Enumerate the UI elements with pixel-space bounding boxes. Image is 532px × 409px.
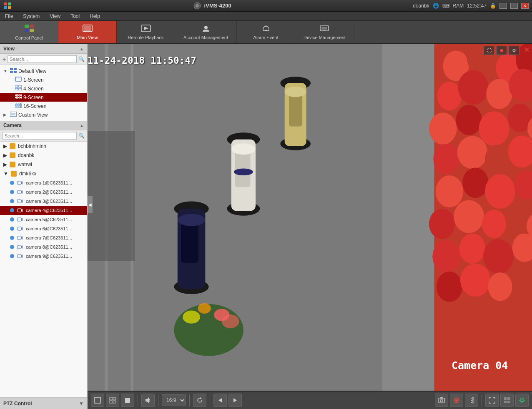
svg-text:Camera 04: Camera 04	[452, 359, 508, 372]
settings-btn[interactable]: ⚙	[509, 46, 519, 55]
tab-control-panel[interactable]: Control Panel	[0, 21, 58, 43]
tree-9screen[interactable]: 9-Screen	[0, 93, 87, 102]
group-label-dmk6kx: dmk6kx	[19, 171, 36, 177]
layout-1-button[interactable]	[91, 394, 104, 407]
svg-rect-49	[21, 106, 22, 107]
svg-point-106	[432, 240, 460, 272]
svg-point-154	[472, 402, 474, 403]
svg-rect-50	[15, 107, 16, 108]
view-section-header: View ▲	[0, 44, 87, 54]
cam-status-8	[10, 245, 14, 249]
alarm-event-icon	[261, 25, 271, 34]
4screen-icon	[15, 85, 22, 92]
camera-collapse-btn[interactable]: ▲	[80, 123, 84, 128]
svg-rect-46	[15, 106, 16, 107]
menu-file[interactable]: File	[0, 12, 18, 20]
menu-view[interactable]: View	[45, 12, 65, 20]
camera-item-6[interactable]: camera 6@C623511...	[0, 224, 87, 233]
svg-rect-24	[15, 77, 21, 81]
svg-point-15	[204, 26, 208, 29]
camera-group-watrwl[interactable]: ▶ watrwl	[0, 160, 87, 169]
fullscreen-toolbar-btn[interactable]	[485, 394, 499, 407]
svg-point-94	[457, 136, 488, 169]
settings-toolbar-btn[interactable]	[515, 394, 529, 407]
camera-item-8[interactable]: camera 8@C623511...	[0, 242, 87, 252]
minimize-button[interactable]: —	[499, 3, 507, 9]
layout-4-button[interactable]	[106, 394, 119, 407]
video-close-btn[interactable]: ✕	[524, 46, 529, 54]
ptz-label: PTZ Control	[3, 401, 32, 407]
tab-main-view[interactable]: Main View	[58, 21, 117, 43]
snapshot-button[interactable]	[435, 394, 448, 407]
svg-rect-156	[507, 397, 510, 400]
camera-search-button[interactable]: 🔍	[78, 133, 85, 139]
camera-list: ▶ bchbinhminh ▶ doanbk ▶ watrwl	[0, 142, 87, 397]
ptz-bar: PTZ Control ▼	[0, 397, 87, 409]
aspect-ratio-select[interactable]: 16:9 4:3 1:1	[162, 394, 186, 406]
tab-alarm-event[interactable]: Alarm Event	[237, 21, 295, 43]
record-video-button[interactable]	[450, 394, 463, 407]
add-view-btn[interactable]: +	[3, 56, 6, 62]
tab-account-management[interactable]: Account Management	[175, 21, 237, 43]
menu-system[interactable]: System	[18, 12, 45, 20]
svg-rect-64	[18, 218, 21, 221]
stop-button[interactable]	[121, 394, 134, 407]
sidebar-collapse-btn[interactable]: ◀	[88, 196, 93, 213]
camera-group-doanbk[interactable]: ▶ doanbk	[0, 151, 87, 160]
divider-4	[210, 394, 210, 406]
camera-item-7[interactable]: camera 7@C623511...	[0, 233, 87, 242]
tree-4screen[interactable]: 4-Screen	[0, 84, 87, 93]
camera-group-bchbinhminh[interactable]: ▶ bchbinhminh	[0, 142, 87, 151]
camera-item-1[interactable]: camera 1@C623511...	[0, 178, 87, 187]
svg-rect-157	[504, 401, 507, 403]
tree-16screen[interactable]: 16-Screen	[0, 102, 87, 110]
svg-point-110	[437, 272, 462, 302]
more-options-button[interactable]	[465, 394, 478, 407]
camera-item-2[interactable]: camera 2@C623511...	[0, 187, 87, 197]
view-search-button[interactable]: 🔍	[78, 56, 85, 62]
remote-playback-icon	[141, 25, 151, 34]
ram-icon: RAM	[453, 3, 464, 9]
refresh-button[interactable]	[193, 394, 206, 407]
view-collapse-btn[interactable]: ▲	[80, 47, 84, 51]
svg-rect-128	[181, 219, 198, 263]
svg-rect-30	[18, 94, 19, 96]
close-button[interactable]: ✕	[521, 3, 529, 9]
maximize-button[interactable]: □	[510, 3, 518, 9]
tab-remote-playback[interactable]: Remote Playback	[117, 21, 175, 43]
camera-item-5[interactable]: camera 5@C623511...	[0, 215, 87, 224]
9screen-label: 9-Screen	[23, 95, 44, 100]
menu-help[interactable]: Help	[85, 12, 105, 20]
video-area: ✕ ⛶ ⏺ ⚙	[88, 44, 532, 409]
divider-1	[138, 394, 138, 406]
cam-label-6: camera 6@C623511...	[26, 226, 72, 231]
camera-item-4[interactable]: camera 4@C623511...	[0, 206, 87, 215]
tree-1screen[interactable]: 1-Screen	[0, 75, 87, 84]
svg-marker-14	[144, 27, 148, 30]
next-button[interactable]	[228, 394, 242, 407]
camera-search-input[interactable]	[3, 132, 77, 140]
view-section-title: View	[3, 46, 15, 52]
svg-rect-66	[18, 227, 21, 230]
fullscreen-btn[interactable]: ⛶	[484, 46, 494, 55]
camera-item-9[interactable]: camera 9@C623511...	[0, 252, 87, 261]
svg-rect-12	[84, 30, 91, 31]
audio-button[interactable]	[141, 394, 155, 407]
camera-group-dmk6kx[interactable]: ▼ dmk6kx	[0, 169, 87, 178]
camera-item-3[interactable]: camera 3@C623511...	[0, 197, 87, 206]
menu-tool[interactable]: Tool	[65, 12, 85, 20]
tree-custom-view[interactable]: ▶ Custom View	[0, 110, 87, 119]
view-search-bar: + 🔍	[0, 54, 87, 65]
tab-alarm-event-label: Alarm Event	[253, 35, 279, 40]
prev-button[interactable]	[213, 394, 227, 407]
record-btn[interactable]: ⏺	[496, 46, 507, 55]
ptz-expand-icon[interactable]: ▼	[79, 401, 84, 407]
tab-account-management-label: Account Management	[183, 35, 228, 40]
toolbar-right	[435, 394, 529, 407]
view-search-input[interactable]	[8, 55, 77, 63]
grid-view-btn[interactable]	[500, 394, 514, 407]
svg-rect-68	[18, 236, 21, 239]
tree-default-view[interactable]: ▼ Default View	[0, 67, 87, 75]
tab-device-management[interactable]: Device Management	[295, 21, 354, 43]
svg-point-159	[521, 399, 523, 402]
